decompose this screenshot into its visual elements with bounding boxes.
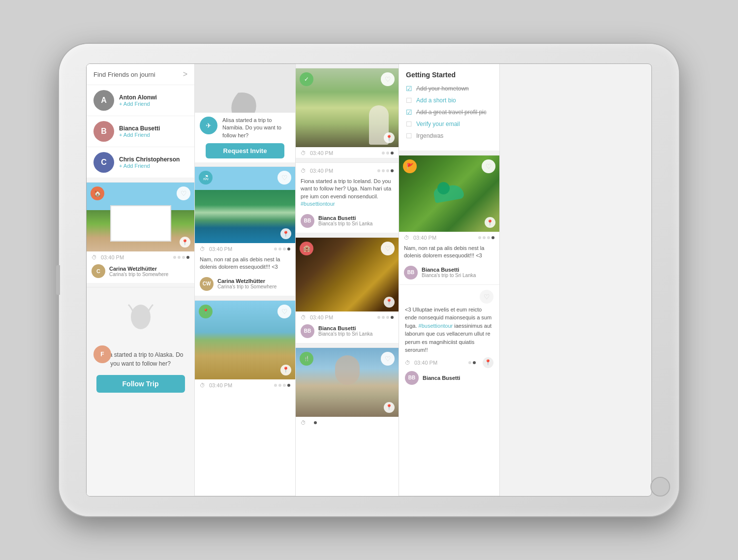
long-text-meta: ⏱ 03:40 PM 📍 bbox=[405, 357, 493, 371]
check-label-4[interactable]: Verify your email bbox=[416, 121, 460, 127]
long-text-card: ♡ <3 Ulluptae invelis et eum reicto ende… bbox=[399, 285, 499, 496]
alaska-icon bbox=[126, 302, 155, 334]
room-card: 🏨 ♡ 📍 ⏱ 03:40 PM BB bbox=[296, 237, 399, 343]
find-friends-arrow[interactable]: > bbox=[183, 70, 187, 79]
volume-button[interactable] bbox=[56, 265, 60, 295]
friend-avatar-1: A bbox=[93, 90, 114, 111]
room-author-info: Bianca Busetti Bianca's trip to Sri Lank… bbox=[318, 325, 372, 337]
long-text-clock: ⏱ bbox=[405, 360, 410, 366]
fiona-hashtag[interactable]: #busettiontour bbox=[301, 201, 335, 207]
dot-b1 bbox=[478, 236, 481, 239]
fiona-iceland-card: ⏱ 03:40 PM Fiona started a trip to Icela… bbox=[296, 162, 399, 233]
pool-clock-icon: ⏱ bbox=[200, 246, 205, 252]
house-location-pin: 📍 bbox=[180, 237, 190, 248]
friend-avatar-2: B bbox=[93, 121, 114, 142]
pool-author-trip: Carina's trip to Somewhere bbox=[217, 284, 277, 289]
pool-author: CW Carina Wetzlhütter Carina's trip to S… bbox=[195, 275, 295, 296]
check-label-2[interactable]: Add a short bio bbox=[416, 97, 456, 104]
pool-author-name: Carina Wetzlhütter bbox=[217, 278, 277, 284]
dot-p-active bbox=[287, 248, 290, 250]
landscape-pin: 📍 bbox=[384, 132, 395, 143]
dot-r-active bbox=[391, 316, 394, 319]
request-invite-button[interactable]: Request Invite bbox=[206, 143, 284, 158]
person-meta: ⏱ bbox=[296, 417, 399, 428]
long-text-heart-button[interactable]: ♡ bbox=[480, 290, 493, 304]
friend-name-1: Anton Alonwi bbox=[119, 94, 157, 101]
follow-trip-button[interactable]: Follow Trip bbox=[96, 375, 185, 393]
africa-invite-text: Alisa started a trip to Namibia. Do you … bbox=[222, 117, 290, 139]
dot-l2 bbox=[386, 152, 389, 155]
landscape-card: ✓ ♡ 📍 ⏱ 03:40 PM bbox=[296, 68, 399, 158]
getting-started-panel: Getting Started ☑ Add your hometown ☐ Ad… bbox=[399, 64, 499, 151]
room-image: 🏨 ♡ 📍 bbox=[296, 238, 399, 311]
checklist-item-1: ☑ Add your hometown bbox=[406, 85, 492, 93]
room-clock: ⏱ bbox=[301, 314, 306, 320]
landscape-dots bbox=[382, 152, 394, 155]
dot-s1 bbox=[274, 384, 277, 387]
follow-trip-card: F Fiona started a trip to Alaska. Do you… bbox=[87, 287, 194, 496]
friend-item-3: C Chris Christopherson + Add Friend bbox=[87, 147, 194, 178]
room-heart-button[interactable]: ♡ bbox=[381, 242, 395, 255]
dot-r1 bbox=[377, 316, 380, 319]
savanna-heart-button[interactable]: ♡ bbox=[277, 305, 291, 318]
house-time: 03:40 PM bbox=[101, 254, 124, 260]
dot-b3 bbox=[487, 236, 490, 239]
checklist-item-4: ☐ Verify your email bbox=[406, 120, 492, 128]
dot-b2 bbox=[483, 236, 486, 239]
landscape-badge: ✓ bbox=[300, 72, 313, 86]
friend-name-3: Chris Christopherson bbox=[119, 156, 180, 163]
check-icon-2: ☐ bbox=[406, 96, 412, 104]
add-friend-link-3[interactable]: + Add Friend bbox=[119, 163, 180, 169]
person-face bbox=[335, 355, 360, 385]
dot-1 bbox=[173, 256, 176, 259]
long-text-author-name: Bianca Busetti bbox=[423, 375, 460, 381]
home-button[interactable] bbox=[650, 477, 670, 497]
room-author-name: Bianca Busetti bbox=[318, 325, 372, 331]
fiona-clock: ⏱ bbox=[301, 168, 306, 174]
bird-text: Nam, non rat pa alis debis nest la dolen… bbox=[399, 243, 499, 264]
bird-author-info: Bianca Busetti Bianca's trip to Sri Lank… bbox=[422, 267, 476, 278]
house-heart-button[interactable]: ♡ bbox=[177, 187, 190, 200]
pool-dots bbox=[274, 248, 290, 250]
find-friends-bar[interactable]: Find Friends on journi > bbox=[87, 64, 194, 85]
checklist-item-3: ☑ Add a great travel profil pic bbox=[406, 108, 492, 116]
africa-invite-icon: ✈ bbox=[200, 117, 217, 134]
africa-invite-inner: ✈ Alisa started a trip to Namibia. Do yo… bbox=[200, 117, 290, 139]
room-dots bbox=[377, 316, 394, 319]
dot-s-active bbox=[287, 384, 290, 387]
fiona-author-trip: Bianca's trip to Sri Lanka bbox=[318, 221, 372, 226]
dot-2 bbox=[178, 256, 181, 259]
dot-f1 bbox=[377, 169, 380, 172]
bird-heart-button[interactable]: ♡ bbox=[482, 159, 495, 173]
check-label-1: Add your hometown bbox=[416, 85, 469, 92]
pool-time: 03:40 PM bbox=[209, 246, 232, 252]
long-text-author-avatar: BB bbox=[405, 371, 419, 385]
long-text-hashtag[interactable]: #busettiontour bbox=[419, 323, 453, 329]
person-dots bbox=[314, 421, 317, 424]
room-badge: 🏨 bbox=[300, 242, 313, 255]
africa-card: ✈ Alisa started a trip to Namibia. Do yo… bbox=[195, 64, 295, 162]
dot-per-active bbox=[314, 421, 317, 424]
bird-author-trip: Bianca's trip to Sri Lanka bbox=[422, 273, 476, 278]
pool-heart-button[interactable]: ♡ bbox=[277, 171, 291, 185]
person-heart-button[interactable]: ♡ bbox=[381, 352, 395, 366]
dot-3 bbox=[182, 256, 185, 259]
long-text-dots bbox=[468, 361, 476, 364]
check-label-3: Add a great travel profil pic bbox=[416, 109, 487, 116]
friend-name-2: Bianca Busetti bbox=[119, 125, 160, 132]
add-friend-link-2[interactable]: + Add Friend bbox=[119, 132, 160, 138]
landscape-heart-button[interactable]: ♡ bbox=[381, 72, 395, 86]
add-friend-link-1[interactable]: + Add Friend bbox=[119, 101, 157, 107]
room-author: BB Bianca Busetti Bianca's trip to Sri L… bbox=[296, 322, 399, 343]
dot-s2 bbox=[278, 384, 281, 387]
column-1: Find Friends on journi > A Anton Alonwi … bbox=[87, 64, 195, 496]
person-image: 🍴 ♡ 📍 bbox=[296, 348, 399, 417]
friend-info-3: Chris Christopherson + Add Friend bbox=[119, 156, 180, 169]
check-icon-5: ☐ bbox=[406, 132, 412, 140]
bird-clock: ⏱ bbox=[404, 235, 409, 241]
room-author-trip: Bianca's trip to Sri Lanka bbox=[318, 331, 372, 337]
dot-lt-active bbox=[473, 361, 476, 364]
column-4: Getting Started ☑ Add your hometown ☐ Ad… bbox=[399, 64, 500, 496]
house-author-name: Carina Wetzlhütter bbox=[109, 266, 168, 272]
checklist-item-5: ☐ Irgendwas bbox=[406, 132, 492, 140]
